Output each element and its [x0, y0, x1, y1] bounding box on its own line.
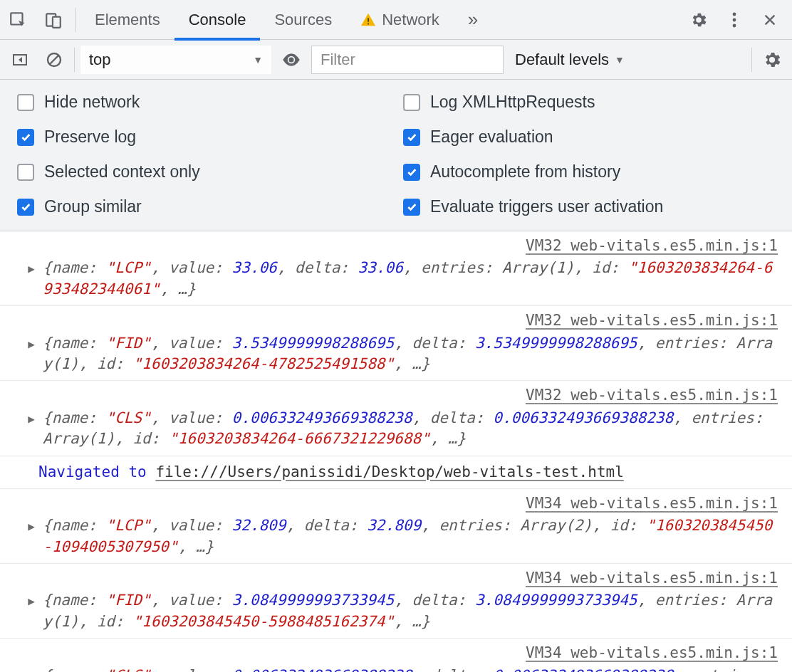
- source-link[interactable]: VM32 web-vitals.es5.min.js:1: [24, 236, 778, 256]
- checkbox-label: Group similar: [44, 197, 142, 216]
- log-levels-label: Default levels: [515, 51, 609, 69]
- expand-caret-icon[interactable]: ▶: [24, 515, 38, 535]
- checkbox-label: Eager evaluation: [430, 127, 553, 147]
- object-preview[interactable]: {name: "LCP", value: 32.809, delta: 32.8…: [43, 515, 778, 557]
- checkbox-icon: [403, 199, 420, 216]
- context-selector-value: top: [89, 51, 111, 69]
- opt-hide-network[interactable]: Hide network: [17, 93, 389, 112]
- console-settings-panel: Hide networkPreserve logSelected context…: [0, 80, 792, 231]
- tabs-host: ElementsConsoleSourcesNetwork: [80, 0, 454, 40]
- opt-log-xhr[interactable]: Log XMLHttpRequests: [403, 93, 775, 112]
- tab-elements[interactable]: Elements: [80, 0, 174, 40]
- console-log-entry: VM34 web-vitals.es5.min.js:1▶{name: "FID…: [0, 564, 792, 639]
- svg-point-7: [733, 23, 736, 27]
- checkbox-label: Selected context only: [44, 162, 200, 182]
- console-settings-gear-icon[interactable]: [758, 46, 786, 74]
- console-log-entry: VM34 web-vitals.es5.min.js:1▶{name: "CLS…: [0, 639, 792, 672]
- tabs-overflow[interactable]: »: [454, 0, 492, 40]
- nav-url-link[interactable]: file:///Users/panissidi/Desktop/web-vita…: [155, 463, 623, 481]
- object-preview[interactable]: {name: "FID", value: 3.5349999998288695,…: [43, 333, 778, 375]
- console-navigation-entry: Navigated to file:///Users/panissidi/Des…: [0, 456, 792, 489]
- source-link[interactable]: VM32 web-vitals.es5.min.js:1: [24, 310, 778, 331]
- tab-network[interactable]: Network: [346, 0, 454, 40]
- opt-eager-eval[interactable]: Eager evaluation: [403, 127, 775, 147]
- object-preview[interactable]: {name: "CLS", value: 0.00633249366938823…: [43, 408, 778, 450]
- checkbox-icon: [17, 129, 34, 146]
- checkbox-icon: [403, 94, 420, 111]
- separator: [751, 48, 752, 72]
- expand-caret-icon[interactable]: ▶: [24, 590, 38, 609]
- svg-rect-2: [53, 16, 61, 27]
- svg-point-5: [733, 12, 736, 16]
- opt-group-similar[interactable]: Group similar: [17, 197, 389, 216]
- log-levels-selector[interactable]: Default levels ▼: [509, 51, 630, 69]
- warning-icon: [360, 12, 376, 28]
- source-link[interactable]: VM34 web-vitals.es5.min.js:1: [24, 493, 778, 514]
- chevron-down-icon: ▼: [253, 54, 263, 65]
- source-link[interactable]: VM34 web-vitals.es5.min.js:1: [24, 643, 778, 663]
- console-log-entry: VM34 web-vitals.es5.min.js:1▶{name: "LCP…: [0, 489, 792, 564]
- live-expression-icon[interactable]: [277, 46, 306, 74]
- checkbox-label: Evaluate triggers user activation: [430, 197, 663, 216]
- expand-caret-icon[interactable]: ▶: [24, 666, 38, 672]
- checkbox-label: Autocomplete from history: [430, 162, 620, 182]
- opt-preserve-log[interactable]: Preserve log: [17, 127, 389, 147]
- tab-label: Sources: [274, 11, 332, 29]
- tab-sources[interactable]: Sources: [260, 0, 346, 40]
- svg-rect-4: [368, 23, 369, 24]
- opt-autocomplete[interactable]: Autocomplete from history: [403, 162, 775, 182]
- chevron-down-icon: ▼: [615, 54, 625, 65]
- device-toolbar-icon[interactable]: [36, 0, 71, 40]
- toggle-sidebar-icon[interactable]: [6, 46, 34, 74]
- expand-caret-icon[interactable]: ▶: [24, 333, 38, 352]
- console-output: VM32 web-vitals.es5.min.js:1▶{name: "LCP…: [0, 231, 792, 672]
- checkbox-label: Log XMLHttpRequests: [430, 93, 595, 112]
- close-devtools-icon[interactable]: [752, 0, 788, 40]
- object-preview[interactable]: {name: "CLS", value: 0.00633249366938823…: [43, 666, 778, 672]
- opt-eval-triggers[interactable]: Evaluate triggers user activation: [403, 197, 775, 216]
- checkbox-icon: [403, 129, 420, 146]
- console-log-entry: VM32 web-vitals.es5.min.js:1▶{name: "CLS…: [0, 381, 792, 456]
- svg-rect-3: [368, 18, 369, 22]
- nav-label: Navigated to: [38, 463, 155, 481]
- inspect-element-icon[interactable]: [0, 0, 36, 40]
- settings-gear-icon[interactable]: [681, 0, 717, 40]
- checkbox-label: Preserve log: [44, 127, 136, 147]
- tab-label: Network: [382, 11, 439, 29]
- overflow-icon: »: [468, 9, 478, 31]
- separator: [74, 48, 75, 72]
- expand-caret-icon[interactable]: ▶: [24, 408, 38, 427]
- checkbox-icon: [17, 199, 34, 216]
- opt-selected-context[interactable]: Selected context only: [17, 162, 389, 182]
- source-link[interactable]: VM32 web-vitals.es5.min.js:1: [24, 385, 778, 406]
- console-toolbar: top ▼ Default levels ▼: [0, 40, 792, 80]
- kebab-menu-icon[interactable]: [717, 0, 752, 40]
- console-log-entry: VM32 web-vitals.es5.min.js:1▶{name: "FID…: [0, 306, 792, 381]
- svg-point-6: [733, 18, 736, 21]
- devtools-tab-strip: ElementsConsoleSourcesNetwork »: [0, 0, 792, 40]
- object-preview[interactable]: {name: "FID", value: 3.0849999993733945,…: [43, 590, 778, 632]
- clear-console-icon[interactable]: [40, 46, 68, 74]
- filter-input[interactable]: [311, 46, 504, 74]
- source-link[interactable]: VM34 web-vitals.es5.min.js:1: [24, 568, 778, 589]
- console-log-entry: VM32 web-vitals.es5.min.js:1▶{name: "LCP…: [0, 231, 792, 306]
- expand-caret-icon[interactable]: ▶: [24, 258, 38, 277]
- tab-label: Console: [189, 11, 246, 29]
- object-preview[interactable]: {name: "LCP", value: 33.06, delta: 33.06…: [43, 258, 778, 300]
- tab-console[interactable]: Console: [174, 0, 261, 40]
- checkbox-icon: [17, 94, 34, 111]
- tab-label: Elements: [95, 11, 160, 29]
- separator: [75, 8, 76, 32]
- checkbox-icon: [17, 164, 34, 181]
- checkbox-icon: [403, 164, 420, 181]
- context-selector[interactable]: top ▼: [80, 46, 271, 74]
- checkbox-label: Hide network: [44, 93, 140, 112]
